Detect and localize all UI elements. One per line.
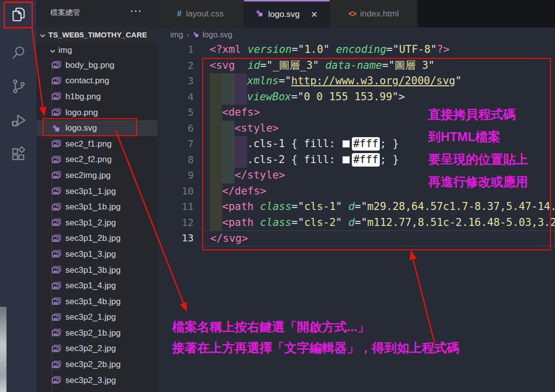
code-line-11[interactable]: <path class="cls-1" d="m29.28,64.57c1.7-… [202,199,555,215]
code-token: UTF-8 [399,42,430,58]
tree-folder-img[interactable]: img [36,43,157,57]
line-number: 8 [157,152,202,168]
code-editor[interactable]: <?xml version="1.0" encoding="UTF-8"?><s… [202,42,555,246]
code-token: </svg> [210,231,248,246]
file-label: logo.svg [65,123,97,133]
extensions-icon[interactable] [8,144,29,165]
code-line-6[interactable]: <style> [202,121,555,137]
file-row-contact.png[interactable]: contact.png [36,73,157,89]
file-label: body_bg.png [65,60,114,70]
code-token: data-name [325,58,382,74]
breadcrumb[interactable]: img › logo.svg [157,27,555,42]
tab-layout-css[interactable]: #layout.css [157,0,244,27]
code-line-1[interactable]: <?xml version="1.0" encoding="UTF-8"?> [202,42,555,58]
indent-guide-block [210,152,222,168]
code-line-7[interactable]: .cls-1 { fill: #fff; } [202,136,555,152]
image-file-icon [52,250,61,258]
explorer-icon[interactable] [8,4,29,25]
line-number: 2 [157,58,202,74]
code-token: =" [278,73,291,89]
code-line-5[interactable]: <defs> [202,105,555,121]
code-token: " [323,42,336,58]
tree-root-folder[interactable]: TS_WEB5_TIMOTHY_CARE [36,27,157,42]
svg-file-icon [52,124,61,133]
code-line-4[interactable]: viewBox="0 0 155 153.99"> [202,89,555,105]
line-number: 7 [157,136,202,152]
file-label: sec3p1_1.jpg [65,187,116,196]
file-label: sec2_f1.png [65,139,112,149]
annotation-line: 接著在上方再選擇「文字編輯器」，得到如上程式碼 [172,337,459,358]
file-row-sec3p2_1.jpg[interactable]: sec3p2_1.jpg [36,310,157,326]
image-file-icon [52,376,61,385]
breadcrumb-file[interactable]: logo.svg [203,30,233,39]
code-token: =" [382,58,395,74]
file-row-sec2_f2.png[interactable]: sec2_f2.png [36,152,157,168]
code-token: ?> [437,42,449,58]
code-token: _圖層_3 [273,58,312,74]
file-row-sec3p2_3.jpg[interactable]: sec3p2_3.jpg [36,373,157,389]
file-label: sec3p2_2.jpg [65,344,116,354]
code-line-9[interactable]: </style> [202,168,555,184]
line-number: 11 [157,199,202,215]
source-control-icon[interactable] [8,76,29,97]
file-row-sec3p1_4b.jpg[interactable]: sec3p1_4b.jpg [36,294,157,310]
close-icon[interactable]: ✕ [311,9,318,20]
file-row-h1bg.png[interactable]: h1bg.png [36,89,157,105]
file-row-sec3p1_2b.jpg[interactable]: sec3p1_2b.jpg [36,231,157,247]
line-number: 5 [157,105,202,121]
tab-logo-svg[interactable]: logo.svg✕ [244,0,330,27]
code-line-3[interactable]: xmlns="http://www.w3.org/2000/svg" [202,73,555,89]
file-row-sec3p1_3b.jpg[interactable]: sec3p1_3b.jpg [36,262,157,278]
tab-label: logo.svg [268,9,299,19]
file-row-sec3p1_2.jpg[interactable]: sec3p1_2.jpg [36,215,157,231]
code-token: ; } [380,152,399,168]
more-actions-icon[interactable]: ⋯ [130,4,142,18]
file-row-sec3p1_1.jpg[interactable]: sec3p1_1.jpg [36,184,157,199]
indent-guide-block [210,168,222,184]
file-label: sec3p1_4b.jpg [65,297,121,307]
breadcrumb-folder[interactable]: img [170,30,183,39]
run-debug-icon[interactable] [8,110,29,131]
file-row-sec3p2_2.jpg[interactable]: sec3p2_2.jpg [36,341,157,357]
image-file-icon [52,218,61,227]
image-file-icon [52,329,61,337]
desktop-edge [0,307,6,392]
file-row-sec3p1_3.jpg[interactable]: sec3p1_3.jpg [36,246,157,262]
file-row-body_bg.png[interactable]: body_bg.png [36,57,157,73]
image-file-icon [52,282,61,290]
line-number: 6 [157,121,202,137]
file-label: sec3p1_4.jpg [65,281,116,291]
code-token [235,58,248,74]
file-row-logo.svg[interactable]: logo.svg [36,120,157,136]
code-token: <?xml [210,42,241,58]
file-row-sec2_f1.png[interactable]: sec2_f1.png [36,136,157,152]
indent-guide-block [235,152,247,168]
code-token: <path [222,215,254,231]
search-icon[interactable] [8,42,29,63]
code-token [254,215,260,231]
indent-guide-block [210,89,222,105]
line-number: 12 [157,215,202,231]
file-row-sec3p2_2b.jpg[interactable]: sec3p2_2b.jpg [36,357,157,373]
code-line-2[interactable]: <svg id="_圖層_3" data-name="圖層 3" [202,58,555,74]
code-token: class [260,215,291,231]
file-row-sec3p2_1b.jpg[interactable]: sec3p2_1b.jpg [36,325,157,341]
root-folder-label: TS_WEB5_TIMOTHY_CARE [48,30,147,39]
indent-guide-block [222,152,235,168]
image-file-icon [52,361,61,369]
code-token: d [348,215,355,231]
tab-index-html[interactable]: <>index.html [330,0,418,27]
hex-value: #fff [352,153,380,167]
file-row-logo.png[interactable]: logo.png [36,105,157,121]
code-token: =" [291,199,304,215]
html-file-icon: <> [348,9,356,18]
image-file-icon [52,203,61,211]
file-row-sec2img.jpg[interactable]: sec2img.jpg [36,168,157,184]
file-row-sec3p1_1b.jpg[interactable]: sec3p1_1b.jpg [36,199,157,215]
code-line-10[interactable]: </defs> [202,184,555,199]
code-line-8[interactable]: .cls-2 { fill: #fff; } [202,152,555,168]
code-line-13[interactable]: </svg> [202,230,555,246]
code-token: =" [355,199,367,215]
code-line-12[interactable]: <path class="cls-2" d="m112.77,8.51c-2.1… [202,215,555,231]
file-row-sec3p1_4.jpg[interactable]: sec3p1_4.jpg [36,278,157,294]
